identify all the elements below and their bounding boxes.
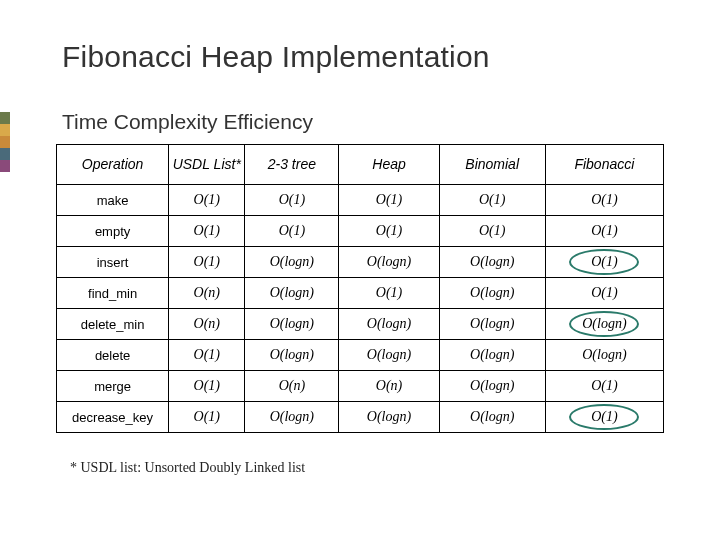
cell-usdl: O(1) (169, 247, 245, 278)
table-row: mergeO(1)O(n)O(n)O(logn)O(1) (57, 371, 664, 402)
cell-fibonacci: O(1) (545, 371, 663, 402)
cell-heap: O(n) (339, 371, 439, 402)
table-row: makeO(1)O(1)O(1)O(1)O(1) (57, 185, 664, 216)
table-row: deleteO(1)O(logn)O(logn)O(logn)O(logn) (57, 340, 664, 371)
table-row: emptyO(1)O(1)O(1)O(1)O(1) (57, 216, 664, 247)
cell-fibonacci: O(1) (545, 402, 663, 433)
complexity-table: Operation USDL List* 2-3 tree Heap Binom… (56, 144, 664, 433)
row-operation: empty (57, 216, 169, 247)
col-fibonacci: Fibonacci (545, 145, 663, 185)
cell-heap: O(logn) (339, 402, 439, 433)
col-operation: Operation (57, 145, 169, 185)
cell-fibonacci: O(1) (545, 278, 663, 309)
cell-heap: O(logn) (339, 340, 439, 371)
table-row: find_minO(n)O(logn)O(1)O(logn)O(1) (57, 278, 664, 309)
side-accent-bar (0, 112, 10, 172)
col-binomial: Binomial (439, 145, 545, 185)
cell-heap: O(logn) (339, 309, 439, 340)
cell-two3: O(logn) (245, 340, 339, 371)
cell-binomial: O(logn) (439, 309, 545, 340)
cell-usdl: O(1) (169, 402, 245, 433)
cell-binomial: O(logn) (439, 247, 545, 278)
cell-heap: O(1) (339, 185, 439, 216)
table-row: delete_minO(n)O(logn)O(logn)O(logn)O(log… (57, 309, 664, 340)
cell-heap: O(1) (339, 278, 439, 309)
col-heap: Heap (339, 145, 439, 185)
row-operation: make (57, 185, 169, 216)
cell-usdl: O(1) (169, 340, 245, 371)
table-row: decrease_keyO(1)O(logn)O(logn)O(logn)O(1… (57, 402, 664, 433)
col-usdl: USDL List* (169, 145, 245, 185)
row-operation: merge (57, 371, 169, 402)
row-operation: find_min (57, 278, 169, 309)
cell-binomial: O(logn) (439, 402, 545, 433)
cell-two3: O(logn) (245, 278, 339, 309)
cell-usdl: O(n) (169, 278, 245, 309)
cell-usdl: O(1) (169, 371, 245, 402)
page-title: Fibonacci Heap Implementation (62, 40, 490, 74)
row-operation: insert (57, 247, 169, 278)
slide: Fibonacci Heap Implementation Time Compl… (0, 0, 720, 540)
complexity-table-wrap: Operation USDL List* 2-3 tree Heap Binom… (56, 144, 664, 433)
cell-fibonacci: O(1) (545, 216, 663, 247)
cell-two3: O(1) (245, 216, 339, 247)
col-2-3-tree: 2-3 tree (245, 145, 339, 185)
cell-two3: O(logn) (245, 247, 339, 278)
subtitle: Time Complexity Efficiency (62, 110, 313, 134)
cell-fibonacci: O(logn) (545, 340, 663, 371)
row-operation: delete (57, 340, 169, 371)
cell-fibonacci: O(logn) (545, 309, 663, 340)
cell-fibonacci: O(1) (545, 247, 663, 278)
cell-usdl: O(n) (169, 309, 245, 340)
row-operation: delete_min (57, 309, 169, 340)
table-body: makeO(1)O(1)O(1)O(1)O(1)emptyO(1)O(1)O(1… (57, 185, 664, 433)
cell-usdl: O(1) (169, 185, 245, 216)
table-header-row: Operation USDL List* 2-3 tree Heap Binom… (57, 145, 664, 185)
cell-heap: O(1) (339, 216, 439, 247)
cell-two3: O(logn) (245, 309, 339, 340)
cell-binomial: O(1) (439, 216, 545, 247)
table-row: insertO(1)O(logn)O(logn)O(logn)O(1) (57, 247, 664, 278)
cell-two3: O(logn) (245, 402, 339, 433)
cell-heap: O(logn) (339, 247, 439, 278)
cell-usdl: O(1) (169, 216, 245, 247)
footnote: * USDL list: Unsorted Doubly Linked list (70, 460, 305, 476)
row-operation: decrease_key (57, 402, 169, 433)
cell-fibonacci: O(1) (545, 185, 663, 216)
cell-binomial: O(1) (439, 185, 545, 216)
cell-binomial: O(logn) (439, 371, 545, 402)
cell-two3: O(1) (245, 185, 339, 216)
cell-binomial: O(logn) (439, 340, 545, 371)
cell-two3: O(n) (245, 371, 339, 402)
cell-binomial: O(logn) (439, 278, 545, 309)
